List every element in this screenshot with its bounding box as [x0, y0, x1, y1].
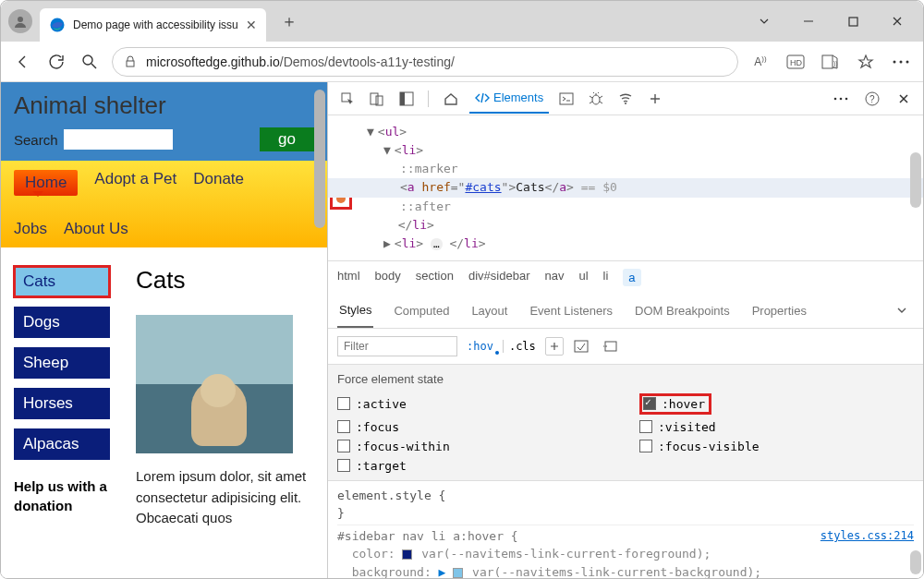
styles-tab[interactable]: Styles [337, 294, 373, 328]
devtools-panel: Elements ? ▼<ul> ▼<li> ::marker <a href=… [327, 82, 923, 579]
tab-close-icon[interactable]: ✕ [246, 18, 257, 32]
hd-icon[interactable]: HD [784, 51, 807, 73]
search-icon[interactable] [79, 51, 101, 73]
bug-icon[interactable] [584, 87, 608, 111]
state-visited[interactable]: :visited [639, 420, 914, 434]
nav-donate[interactable]: Donate [193, 170, 244, 196]
dom-breadcrumbs: html body section div#sidebar nav ul li … [328, 260, 923, 294]
new-tab-button[interactable]: ＋ [274, 6, 305, 36]
sidebar-item-horses[interactable]: Horses [14, 388, 110, 419]
search-input[interactable] [64, 129, 173, 150]
reader-icon[interactable]: )) [820, 51, 842, 73]
computed-tab[interactable]: Computed [392, 295, 451, 327]
breadcrumb-item[interactable]: section [416, 269, 454, 286]
source-link[interactable]: styles.css:214 [821, 527, 914, 544]
page-scrollbar[interactable] [314, 90, 325, 228]
network-icon[interactable] [614, 87, 638, 111]
svg-point-23 [840, 97, 843, 100]
plus-tab-icon[interactable] [643, 87, 667, 111]
svg-point-4 [83, 55, 92, 65]
elements-tab[interactable]: Elements [469, 83, 549, 114]
svg-rect-9 [822, 55, 833, 68]
address-bar[interactable]: microsoftedge.github.io/Demos/devtools-a… [112, 47, 738, 77]
devtools-close-icon[interactable] [892, 87, 916, 111]
svg-text:HD: HD [790, 58, 802, 67]
refresh-button[interactable] [45, 51, 67, 73]
maximize-button[interactable] [834, 7, 871, 35]
breadcrumb-item[interactable]: html [337, 269, 360, 286]
devtools-more-icon[interactable] [829, 87, 853, 111]
favorite-icon[interactable] [855, 51, 877, 73]
breadcrumb-item[interactable]: body [375, 269, 401, 286]
dombreakpoints-tab[interactable]: DOM Breakpoints [633, 295, 732, 327]
state-hover[interactable]: :hover [643, 397, 705, 411]
svg-point-21 [625, 103, 626, 104]
main-nav: Home Adopt a Pet Donate Jobs About Us [1, 161, 327, 247]
sidebar-item-dogs[interactable]: Dogs [14, 307, 110, 338]
read-aloud-icon[interactable]: A)) [749, 51, 772, 73]
chevron-down-icon[interactable] [890, 298, 914, 322]
svg-point-24 [845, 97, 848, 100]
devtools-toolbar: Elements ? [328, 82, 923, 115]
force-state-title: Force element state [337, 372, 914, 386]
go-button[interactable]: go [260, 127, 314, 151]
dropdown-caret-icon[interactable] [746, 7, 783, 35]
close-window-button[interactable] [879, 7, 916, 35]
back-button[interactable] [12, 51, 34, 73]
styles-tabs: Styles Computed Layout Event Listeners D… [328, 294, 923, 329]
state-target[interactable]: :target [337, 459, 612, 473]
hov-toggle[interactable]: :hov [463, 340, 497, 353]
force-element-state: Force element state :active :hover :focu… [328, 365, 923, 481]
donation-text: Help us with a donation [14, 476, 110, 515]
sidebar-item-alpacas[interactable]: Alpacas [14, 428, 110, 460]
styles-rules[interactable]: element.style { } styles.css:214 #sideba… [328, 481, 923, 579]
styles-filter-input[interactable] [337, 336, 457, 356]
breadcrumb-item[interactable]: a [623, 269, 640, 286]
cls-toggle[interactable]: .cls [503, 340, 540, 353]
styles-scrollbar[interactable] [910, 550, 921, 574]
dom-tree[interactable]: ▼<ul> ▼<li> ::marker <a href="#cats">Cat… [328, 115, 923, 260]
search-label: Search [14, 132, 58, 148]
svg-point-11 [894, 60, 896, 63]
rendering-icon[interactable] [599, 334, 623, 358]
device-icon[interactable] [365, 87, 389, 111]
dock-icon[interactable] [395, 87, 419, 111]
color-swatch-icon[interactable] [402, 549, 412, 560]
breadcrumb-item[interactable]: div#sidebar [468, 269, 530, 286]
color-swatch-icon[interactable] [453, 568, 463, 578]
nav-adopt[interactable]: Adopt a Pet [94, 170, 176, 196]
inspect-icon[interactable] [335, 87, 359, 111]
nav-about[interactable]: About Us [64, 220, 128, 238]
nav-home[interactable]: Home [14, 170, 78, 196]
browser-tab[interactable]: Demo page with accessibility issu ✕ [40, 8, 266, 42]
nav-jobs[interactable]: Jobs [14, 220, 47, 238]
svg-point-0 [18, 17, 23, 22]
svg-rect-27 [575, 341, 588, 352]
properties-tab[interactable]: Properties [750, 295, 808, 327]
minimize-button[interactable] [790, 7, 827, 35]
more-icon[interactable] [890, 51, 912, 73]
sidebar-item-sheep[interactable]: Sheep [14, 347, 110, 379]
selected-dom-node[interactable]: <a href="#cats">Cats</a> == $0 [328, 178, 923, 197]
state-hover-highlighted: :hover [639, 393, 711, 415]
state-focus[interactable]: :focus [337, 420, 612, 434]
state-focus-visible[interactable]: :focus-visible [639, 440, 914, 453]
svg-rect-3 [849, 18, 857, 26]
sidebar-item-cats[interactable]: Cats [14, 266, 110, 297]
breadcrumb-item[interactable]: li [603, 269, 609, 286]
computed-sidebar-icon[interactable] [569, 334, 593, 358]
layout-tab[interactable]: Layout [469, 295, 509, 327]
welcome-tab[interactable] [438, 85, 464, 113]
profile-avatar-icon[interactable] [8, 9, 32, 33]
edge-favicon-icon [49, 17, 66, 33]
listeners-tab[interactable]: Event Listeners [528, 295, 614, 327]
lock-icon [124, 55, 137, 68]
state-active[interactable]: :active [337, 393, 612, 415]
breadcrumb-item[interactable]: nav [544, 269, 564, 286]
state-focus-within[interactable]: :focus-within [337, 440, 612, 453]
dom-scrollbar[interactable] [910, 152, 921, 208]
new-style-rule-icon[interactable] [545, 337, 564, 356]
console-tab-icon[interactable] [554, 87, 578, 111]
help-icon[interactable]: ? [860, 87, 884, 111]
breadcrumb-item[interactable]: ul [578, 269, 588, 286]
